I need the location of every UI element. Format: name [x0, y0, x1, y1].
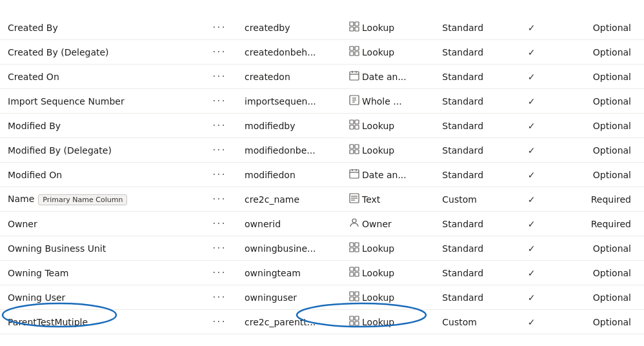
check-cell: ✓: [512, 285, 551, 310]
column-name: Name: [8, 194, 34, 204]
type-cell: Whole ...: [341, 89, 434, 114]
check-cell: ✓: [512, 89, 551, 114]
checkmark-icon: ✓: [528, 219, 536, 229]
required-cell: Optional: [551, 310, 644, 334]
type-label: Lookup: [362, 317, 394, 327]
column-name-cell: Owning Business Unit: [0, 236, 202, 261]
svg-rect-36: [355, 248, 359, 252]
column-name-cell: Modified On: [0, 163, 202, 187]
checkmark-icon: ✓: [528, 121, 536, 131]
type-label: Date an...: [362, 72, 407, 82]
table-row: NamePrimary Name Column···cre2c_nameText…: [0, 187, 644, 212]
lookup-icon: [349, 267, 359, 279]
table-row: Created By···createdbyLookupStandard✓Opt…: [0, 15, 644, 40]
column-name-cell: Created By (Delegate): [0, 40, 202, 65]
owner-icon: [349, 218, 359, 230]
column-name: Modified By: [8, 121, 61, 131]
type-cell: Lookup: [341, 236, 434, 261]
row-menu-button[interactable]: ···: [202, 138, 237, 163]
row-menu-button[interactable]: ···: [202, 40, 237, 65]
required-cell: Optional: [551, 138, 644, 163]
check-cell: ✓: [512, 212, 551, 236]
row-menu-button[interactable]: ···: [202, 285, 237, 310]
checkmark-icon: ✓: [528, 47, 536, 57]
table-row: Owning Team···owningteamLookupStandard✓O…: [0, 261, 644, 285]
column-name: Modified On: [8, 170, 62, 180]
standard-cell: Standard: [434, 15, 512, 40]
schema-name-cell: modifiedby: [237, 114, 341, 138]
standard-cell: Standard: [434, 236, 512, 261]
row-menu-button[interactable]: ···: [202, 212, 237, 236]
column-name: ParentTestMutiple: [8, 317, 88, 327]
required-cell: Optional: [551, 285, 644, 310]
svg-rect-16: [350, 120, 354, 124]
column-name: Owning Team: [8, 268, 68, 278]
type-cell: Date an...: [341, 65, 434, 89]
row-menu-button[interactable]: ···: [202, 261, 237, 285]
row-menu-button[interactable]: ···: [202, 15, 237, 40]
svg-rect-41: [350, 292, 354, 296]
row-menu-button[interactable]: ···: [202, 163, 237, 187]
column-name: Owner: [8, 219, 37, 229]
check-cell: ✓: [512, 40, 551, 65]
schema-name-cell: createdon: [237, 65, 341, 89]
column-name-cell: Owner: [0, 212, 202, 236]
svg-rect-18: [350, 125, 354, 129]
row-menu-button[interactable]: ···: [202, 65, 237, 89]
column-name-cell: Created By: [0, 15, 202, 40]
table-row: Owning User···owninguserLookupStandard✓O…: [0, 285, 644, 310]
table-row: Import Sequence Number···importsequen...…: [0, 89, 644, 114]
standard-cell: Custom: [434, 310, 512, 334]
standard-cell: Standard: [434, 285, 512, 310]
svg-rect-42: [355, 292, 359, 296]
check-cell: ✓: [512, 138, 551, 163]
row-menu-button[interactable]: ···: [202, 187, 237, 212]
column-name-cell: Modified By: [0, 114, 202, 138]
row-menu-button[interactable]: ···: [202, 310, 237, 334]
checkmark-icon: ✓: [528, 292, 536, 303]
checkmark-icon: ✓: [528, 23, 536, 33]
required-cell: Optional: [551, 261, 644, 285]
column-name: Owning Business Unit: [8, 243, 106, 254]
check-cell: ✓: [512, 114, 551, 138]
column-name: Owning User: [8, 292, 65, 303]
row-menu-button[interactable]: ···: [202, 114, 237, 138]
type-cell: Lookup: [341, 15, 434, 40]
row-menu-button[interactable]: ···: [202, 89, 237, 114]
svg-rect-19: [355, 125, 359, 129]
svg-rect-33: [350, 243, 354, 247]
svg-rect-34: [355, 243, 359, 247]
svg-rect-4: [350, 46, 354, 50]
schema-name-cell: cre2c_parentt...: [237, 310, 341, 334]
checkmark-icon: ✓: [528, 194, 536, 205]
svg-rect-35: [350, 248, 354, 252]
type-cell: Lookup: [341, 138, 434, 163]
table-row: Modified By (Delegate)···modifiedonbe...…: [0, 138, 644, 163]
type-label: Lookup: [362, 145, 394, 156]
standard-cell: Custom: [434, 187, 512, 212]
required-cell: Optional: [551, 89, 644, 114]
check-cell: ✓: [512, 236, 551, 261]
type-label: Lookup: [362, 47, 394, 57]
standard-cell: Standard: [434, 40, 512, 65]
column-name-cell: Created On: [0, 65, 202, 89]
type-cell: Lookup: [341, 114, 434, 138]
svg-rect-17: [355, 120, 359, 124]
breadcrumb: [0, 0, 644, 15]
svg-rect-6: [350, 52, 354, 56]
whole-icon: [349, 95, 359, 107]
table-row: Owning Business Unit···owningbusine...Lo…: [0, 236, 644, 261]
svg-rect-43: [350, 297, 354, 301]
svg-rect-2: [350, 27, 354, 31]
svg-rect-7: [355, 52, 359, 56]
schema-name-cell: modifiedonbe...: [237, 138, 341, 163]
columns-table: Created By···createdbyLookupStandard✓Opt…: [0, 15, 644, 334]
column-name-cell: Owning User: [0, 285, 202, 310]
required-cell: Required: [551, 212, 644, 236]
table-row: Modified By···modifiedbyLookupStandard✓O…: [0, 114, 644, 138]
date-icon: [349, 70, 359, 83]
schema-name-cell: cre2c_name: [237, 187, 341, 212]
check-cell: ✓: [512, 65, 551, 89]
svg-rect-39: [350, 272, 354, 276]
row-menu-button[interactable]: ···: [202, 236, 237, 261]
